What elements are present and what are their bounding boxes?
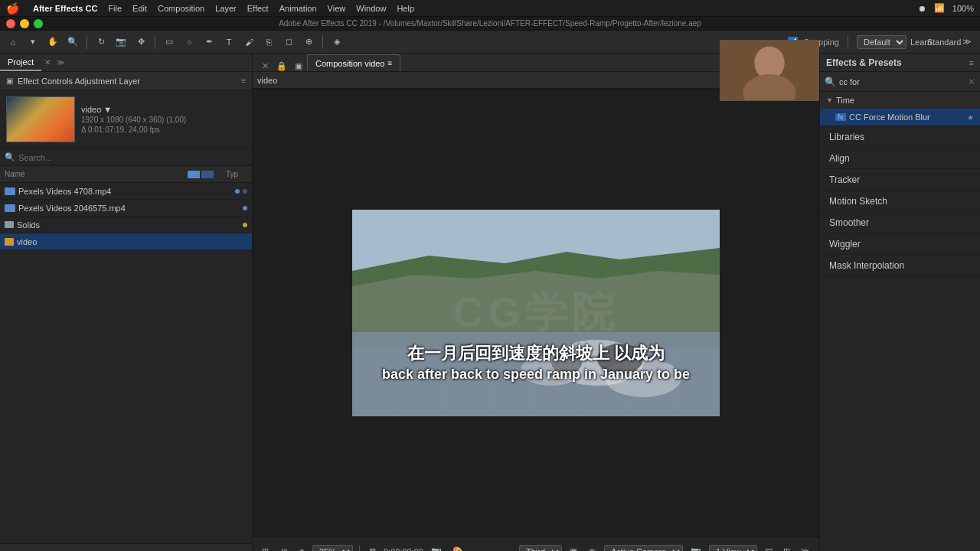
menu-edit[interactable]: Edit (132, 4, 147, 13)
sep2 (155, 35, 155, 49)
stereo-icon[interactable]: 👁 (585, 546, 599, 552)
project-search-input[interactable] (18, 153, 247, 162)
project-search: 🔍 (0, 149, 252, 166)
menu-help[interactable]: Help (397, 4, 414, 13)
mask-ellipse[interactable]: ○ (181, 34, 198, 51)
minimize-btn[interactable] (20, 19, 29, 28)
comp-icon-label: ▣ (292, 61, 305, 71)
video-area[interactable]: CG学院 (253, 89, 819, 537)
display-icon[interactable]: 🖥 (276, 546, 291, 552)
menu-layer[interactable]: Layer (215, 4, 237, 13)
col-icon2 (201, 171, 214, 178)
menu-composition[interactable]: Composition (158, 4, 204, 13)
rotate-tool[interactable]: ↻ (93, 34, 109, 51)
standard-btn[interactable]: Standard (936, 34, 952, 51)
text-tool[interactable]: T (220, 34, 237, 51)
menu-effect[interactable]: Effect (247, 4, 269, 13)
menu-file[interactable]: File (108, 4, 122, 13)
smoother-section[interactable]: Smoother (820, 212, 980, 233)
webcam-inset (720, 40, 819, 101)
menu-animation[interactable]: Animation (279, 4, 317, 13)
home-btn[interactable]: ⌂ (5, 34, 21, 51)
libraries-section[interactable]: Libraries (820, 126, 980, 148)
file-dot-1b (243, 189, 247, 194)
view-options[interactable]: ▣ (567, 545, 580, 551)
panel-close[interactable]: ✕ (41, 58, 54, 67)
menu-window[interactable]: Window (356, 4, 386, 13)
cam-icon[interactable]: 📷 (688, 545, 704, 551)
folder-icon-solids (5, 221, 14, 228)
camera-tool[interactable]: 📷 (113, 34, 129, 51)
col-sort-icon (188, 171, 200, 178)
preview-thumbnail (6, 96, 75, 142)
wiggler-section[interactable]: Wiggler (820, 233, 980, 255)
file-item[interactable]: video (0, 233, 252, 250)
mask-interpolation-section[interactable]: Mask Interpolation (820, 255, 980, 276)
panel-arrow[interactable]: ≫ (54, 58, 67, 67)
tracker-section[interactable]: Tracker (820, 169, 980, 191)
workspace-options[interactable]: ≫ (959, 34, 975, 51)
preview-meta1: 1920 x 1080 (640 x 360) (1,00) (81, 116, 186, 124)
align-section[interactable]: Align (820, 148, 980, 169)
pen-tool[interactable]: ✒ (201, 34, 217, 51)
quality-icon[interactable]: ◈ (296, 545, 308, 551)
title-bar: Adobe After Effects CC 2019 - /Volumes/M… (0, 17, 980, 31)
apple-menu[interactable]: 🍎 (6, 2, 19, 15)
file-name-2: Pexels Videos 2046575.mp4 (18, 204, 240, 213)
view-settings-icon[interactable]: ≫ (798, 545, 813, 551)
camera-select[interactable]: Active Camera (604, 545, 683, 552)
brush-tool[interactable]: 🖌 (240, 34, 257, 51)
clone-tool[interactable]: ⎘ (260, 34, 277, 51)
camera-btn[interactable]: 📷 (428, 545, 445, 551)
close-btn[interactable] (6, 19, 15, 28)
grid-icon[interactable]: ⊞ (259, 545, 272, 551)
color-btn[interactable]: 🎨 (449, 545, 466, 551)
thumbnail-image (7, 97, 74, 142)
hand-tool[interactable]: ✋ (44, 34, 61, 51)
right-panel: Effects & Presets ≡ 🔍 ✕ ▼ Time fx CC For… (819, 54, 980, 551)
effect-fav-icon[interactable]: ★ (967, 113, 974, 122)
time-section-header[interactable]: ▼ Time (820, 92, 980, 109)
pan-tool[interactable]: ✥ (132, 34, 149, 51)
panel-menu-icon[interactable]: ≡ (241, 77, 246, 85)
tab-project[interactable]: Project (0, 54, 41, 71)
mask-rect[interactable]: ▭ (161, 34, 178, 51)
tab-composition-video[interactable]: Composition video ≡ (307, 54, 400, 71)
eraser-tool[interactable]: ◻ (280, 34, 297, 51)
views-select[interactable]: 1 View (709, 545, 757, 552)
view-expand[interactable]: ⊞ (780, 545, 793, 551)
sep1 (87, 35, 87, 49)
lock-icon[interactable]: 🔒 (273, 61, 290, 71)
thirds-select[interactable]: Third (519, 545, 562, 552)
file-item[interactable]: Pexels Videos 4708.mp4 (0, 183, 252, 200)
effects-search-input[interactable] (839, 77, 965, 86)
motion-sketch-section[interactable]: Motion Sketch (820, 191, 980, 212)
maximize-btn[interactable] (34, 19, 43, 28)
select-tool[interactable]: ▾ (24, 34, 41, 51)
file-item[interactable]: Pexels Videos 2046575.mp4 (0, 200, 252, 217)
thumbnail-area: video ▼ 1920 x 1080 (640 x 360) (1,00) Δ… (0, 90, 252, 149)
battery-indicator: 100% (952, 4, 974, 13)
file-item[interactable]: Solids (0, 217, 252, 233)
render-quality-icon[interactable]: ▤ (762, 545, 776, 551)
zoom-select[interactable]: 25% (312, 545, 353, 552)
webcam-image (720, 40, 818, 101)
puppet-tool[interactable]: ⊕ (300, 34, 317, 51)
file-dot-2 (243, 206, 247, 210)
fit-icon[interactable]: ⊠ (366, 545, 379, 551)
comp-tab-label: Composition video (315, 59, 385, 68)
shape-tool[interactable]: ◈ (328, 34, 345, 51)
time-chevron: ▼ (826, 96, 833, 104)
main-layout: Project ✕ ≫ ▣ Effect Controls Adjustment… (0, 54, 980, 551)
comp-menu-icon[interactable]: ≡ (388, 59, 393, 67)
workspace-dropdown[interactable]: Default (857, 35, 906, 49)
close-icon[interactable]: ✕ (259, 61, 272, 71)
effects-search-clear[interactable]: ✕ (968, 77, 975, 87)
cc-force-motion-blur-item[interactable]: fx CC Force Motion Blur ★ (820, 109, 980, 126)
effects-list: ▼ Time fx CC Force Motion Blur ★ Librari… (820, 92, 980, 551)
effect-name-ccfmb: CC Force Motion Blur (849, 112, 930, 122)
menu-view[interactable]: View (328, 4, 346, 13)
effects-menu-icon[interactable]: ≡ (969, 58, 974, 67)
zoom-tool[interactable]: 🔍 (64, 34, 81, 51)
time-display: 0:00:00:00 (384, 547, 423, 552)
